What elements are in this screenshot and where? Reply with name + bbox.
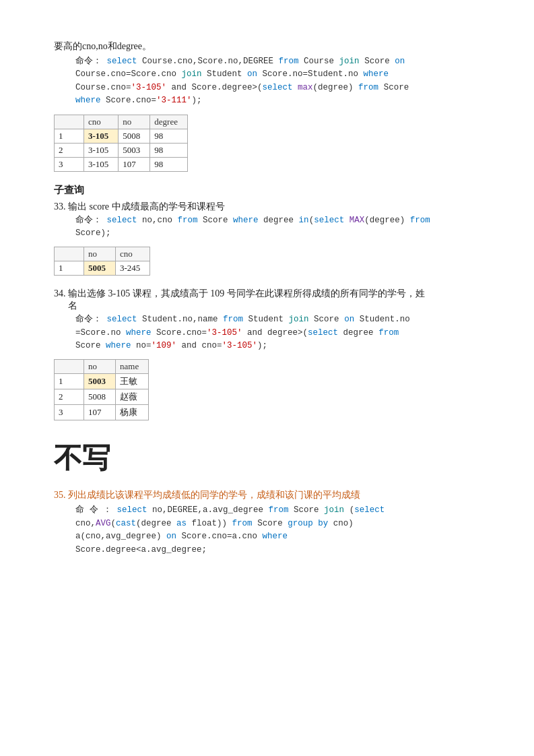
cmd-tbl2: Score [364,57,395,66]
cmd-where1: where [364,69,389,79]
table-row: 1 5003 王敏 [55,374,149,389]
cmd-group-35: group [288,519,313,528]
cmd-tbl1: Course [304,57,339,66]
cmd-maxparen-33: (degree) [364,216,410,225]
col-degree-1: degree [150,115,188,129]
result-table-34: no name 1 5003 王敏 2 5008 赵薇 3 107 杨康 [54,359,149,420]
cmd-score-35: Score [253,519,288,528]
cmd-on-34: on [344,315,360,324]
cmd-block-35: 命 令 ： select no,DEGREE,a.avg_degree from… [75,504,480,557]
cmd-from-35: from [269,505,294,515]
cell-idx: 2 [55,143,84,157]
cmd-deg-33: degree [263,216,299,225]
cmd-noc-34: no= [136,341,152,350]
cell-no: 5005 [84,261,116,276]
col-idx-33 [55,247,84,261]
cmd-str2-34: '109' [152,341,177,350]
cmd-avg-35: AVG [96,519,111,528]
cell-idx: 1 [55,129,84,143]
cmd-tbl-33: Score [203,216,233,225]
cmd-max1: max [298,83,313,92]
q33-num: 33. 输出 score 中成绩最高的学号和课程号 [54,201,480,213]
cell-name: 王敏 [116,374,149,389]
cmd-str1: '3-105' [131,83,167,92]
cmd-and2-34: and cno= [176,341,222,350]
cmd-cond2-34: =Score.no [75,328,126,338]
cmd-close: ); [192,96,202,105]
cmd-str1-34: '3-105' [207,328,242,338]
cmd-from2-33: from [410,216,430,225]
cell-idx: 1 [55,374,84,389]
cmd-join-35: join [324,505,349,515]
cell-degree: 98 [150,129,188,143]
cmd-oncond-35: Score.cno=a.cno [176,532,263,541]
cmd-str3-34: '3-105' [222,341,258,350]
cmd-cast-35: ( [111,519,116,528]
cmd-select1: select [107,57,143,66]
q34-num: 34. 输出选修 3-105 课程，其成绩高于 109 号同学在此课程所得成绩的… [54,288,480,312]
cmd-cast2-35: cast [116,519,136,528]
cmd-where-35: where [263,532,288,541]
cmd-select2-33: select [314,216,349,225]
cmd-select-35: select [117,505,153,515]
cmd-where-34: where [126,328,156,338]
col-idx-1 [55,115,84,129]
table-row: 1 3-105 5008 98 [55,129,188,143]
cmd-cols1: Course.cno,Score.no,DEGREE [142,57,279,66]
cmd-score1: Score [384,83,409,92]
cmd-cond1: Course.cno=Score.cno [75,69,182,79]
cmd-alias-35: a(cno,avg_degree) [75,532,166,541]
table-row: 1 5005 3-245 [55,261,150,276]
q35-block: 35. 列出成绩比该课程平均成绩低的同学的学号，成绩和该门课的平均成绩 命 令 … [54,489,480,557]
result-table-33: no cno 1 5005 3-245 [54,247,150,276]
cmd-where-33: where [233,216,263,225]
cmd-tbl-34: Student [248,315,289,324]
cmd-cond-35: Score.degree<a.avg_degree; [75,545,207,555]
cmd-from2-34: from [378,328,399,338]
cmd-block-top: 命令： select Course.cno,Score.no,DEGREE fr… [75,55,480,108]
cmd-join-34: join [289,315,314,324]
cmd-by2-35: by [318,519,328,528]
cmd-select2: select [263,83,298,92]
cmd-cno-cond2: Score.cno= [106,96,156,105]
cmd-label-35: 命 令 ： [75,505,112,515]
cmd-where2-34: where [106,341,136,350]
cmd-close-34: ); [257,341,267,350]
cell-no: 107 [84,405,116,420]
cmd-cols-33: no,cno [142,216,178,225]
cmd-cols-34: Student.no,name [142,315,223,324]
cell-name: 赵薇 [116,389,149,405]
cmd-block-34: 命令： select Student.no,name from Student … [75,313,480,352]
cell-no: 5003 [84,374,116,389]
table-row: 3 3-105 107 98 [55,157,188,171]
cmd-from-33: from [178,216,203,225]
cell-idx: 3 [55,405,84,420]
cmd-cnoc-34: Score.cno= [156,328,207,338]
cell-cno: 3-105 [84,143,119,157]
col-no-34: no [84,360,116,374]
cmd-max-33: MAX [349,216,365,225]
q35-num: 35. 列出成绩比该课程平均成绩低的同学的学号，成绩和该门课的平均成绩 [54,489,480,501]
cmd-label-top: 命令： [75,57,102,66]
col-no-33: no [84,247,116,261]
cmd-join2: join [182,69,207,79]
cell-idx: 3 [55,157,84,171]
cmd-str2: '3-111' [156,96,192,105]
cell-no: 5008 [119,129,150,143]
cmd-on1: on [395,57,405,66]
cell-degree: 98 [150,143,188,157]
cmd-cno-cond: Course.cno= [75,83,131,92]
col-cno-33: cno [116,247,150,261]
result-table-1: cno no degree 1 3-105 5008 98 2 3-105 50… [54,115,188,172]
cell-cno: 3-105 [84,129,119,143]
cmd-join1: join [339,57,365,66]
cmd-on-35: on [166,532,176,541]
cmd-where2: where [75,96,106,105]
q33-block: 33. 输出 score 中成绩最高的学号和课程号 命令： select no,… [54,201,480,276]
col-cno-1: cno [84,115,119,129]
cmd-select-34: select [107,315,143,324]
cell-degree: 98 [150,157,188,171]
col-idx-34 [55,360,84,374]
intro-text: 要高的cno,no和degree。 [54,40,480,53]
cmd-deg-34: degree [343,328,379,338]
